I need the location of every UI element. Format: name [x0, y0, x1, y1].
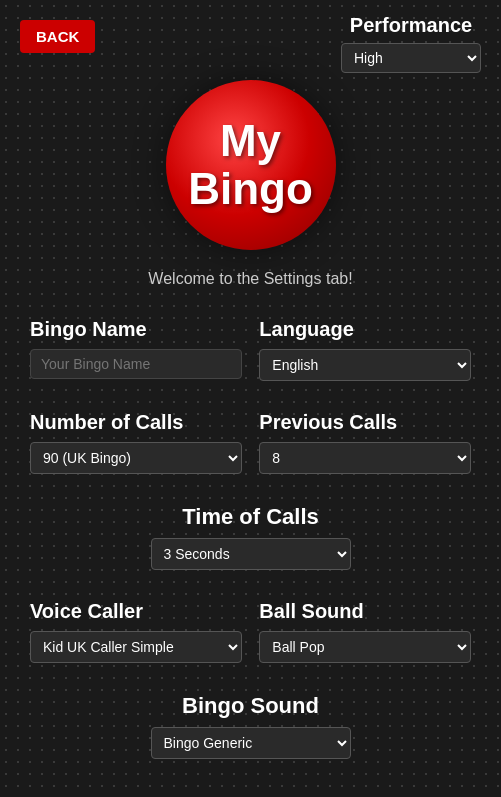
bingo-sound-section: Bingo Sound Bingo Generic Bingo Cheer Bi…: [30, 693, 471, 759]
logo-text: My Bingo: [188, 117, 313, 214]
welcome-text: Welcome to the Settings tab!: [0, 270, 501, 288]
number-of-calls-section: Number of Calls 75 (US Bingo) 90 (UK Bin…: [30, 411, 242, 474]
number-of-calls-label: Number of Calls: [30, 411, 242, 434]
language-select[interactable]: English Spanish French German: [259, 349, 471, 381]
row-bingo-language: Bingo Name Language English Spanish Fren…: [30, 318, 471, 381]
bingo-sound-label: Bingo Sound: [182, 693, 319, 719]
time-of-calls-select[interactable]: 1 Second 2 Seconds 3 Seconds 4 Seconds 5…: [151, 538, 351, 570]
voice-caller-label: Voice Caller: [30, 600, 242, 623]
bingo-name-label: Bingo Name: [30, 318, 242, 341]
ball-sound-label: Ball Sound: [259, 600, 471, 623]
ball-sound-select[interactable]: Ball Pop Ball Drop Ball Roll None: [259, 631, 471, 663]
logo-container: My Bingo: [0, 80, 501, 250]
time-of-calls-label: Time of Calls: [182, 504, 319, 530]
language-section: Language English Spanish French German: [259, 318, 471, 381]
previous-calls-select[interactable]: 2 4 6 8 10 12: [259, 442, 471, 474]
back-button[interactable]: BACK: [20, 20, 95, 53]
ball-sound-section: Ball Sound Ball Pop Ball Drop Ball Roll …: [259, 600, 471, 663]
number-of-calls-select[interactable]: 75 (US Bingo) 90 (UK Bingo) 80 (US Bingo…: [30, 442, 242, 474]
performance-select[interactable]: High Low Medium Ultra: [341, 43, 481, 73]
settings-grid: Bingo Name Language English Spanish Fren…: [0, 298, 501, 797]
performance-label: Performance: [341, 14, 481, 37]
bingo-name-section: Bingo Name: [30, 318, 242, 381]
performance-section: Performance High Low Medium Ultra: [341, 14, 481, 73]
bingo-name-input[interactable]: [30, 349, 242, 379]
language-label: Language: [259, 318, 471, 341]
voice-caller-select[interactable]: Kid UK Caller Simple UK Caller Standard …: [30, 631, 242, 663]
row-calls: Number of Calls 75 (US Bingo) 90 (UK Bin…: [30, 411, 471, 474]
bingo-sound-select[interactable]: Bingo Generic Bingo Cheer Bingo Classic …: [151, 727, 351, 759]
previous-calls-section: Previous Calls 2 4 6 8 10 12: [259, 411, 471, 474]
previous-calls-label: Previous Calls: [259, 411, 471, 434]
row-voice-ball: Voice Caller Kid UK Caller Simple UK Cal…: [30, 600, 471, 663]
time-of-calls-section: Time of Calls 1 Second 2 Seconds 3 Secon…: [30, 504, 471, 570]
voice-caller-section: Voice Caller Kid UK Caller Simple UK Cal…: [30, 600, 242, 663]
logo-circle: My Bingo: [166, 80, 336, 250]
